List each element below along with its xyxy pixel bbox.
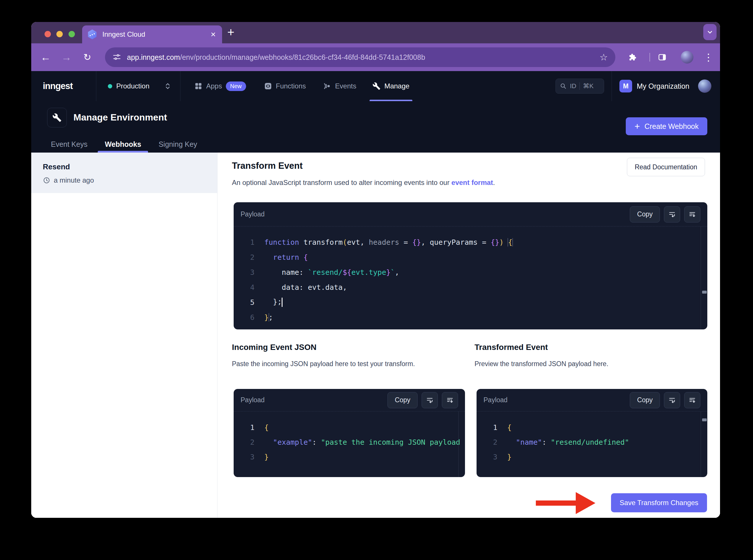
code-line[interactable]: 1{: [234, 420, 465, 435]
clock-icon: [43, 177, 50, 184]
line-number: 1: [477, 423, 497, 432]
code-line[interactable]: 1function transform(evt, headers = {}, q…: [234, 235, 707, 249]
wrench-icon: [372, 82, 381, 90]
copy-button[interactable]: Copy: [630, 206, 660, 222]
code-line[interactable]: 3 name: `resend/${evt.type}`,: [234, 265, 707, 280]
editor-header: Payload Copy: [234, 389, 465, 412]
editor-scrollbar[interactable]: [701, 412, 707, 477]
word-wrap-button[interactable]: [422, 392, 438, 408]
copy-button[interactable]: Copy: [630, 392, 660, 408]
tab-label: Webhooks: [105, 140, 141, 148]
scrollbar-thumb[interactable]: [702, 418, 707, 421]
read-documentation-button[interactable]: Read Documentation: [627, 158, 705, 176]
inngest-logo[interactable]: inngest: [43, 81, 73, 91]
copy-button[interactable]: Copy: [387, 392, 418, 408]
code-line[interactable]: 3}: [234, 449, 465, 464]
events-waves-icon: [323, 82, 331, 90]
incoming-json-editor: Payload Copy: [234, 389, 465, 477]
close-window-button[interactable]: [44, 31, 51, 37]
editor-scrollbar[interactable]: [458, 412, 465, 477]
payload-label: Payload: [240, 211, 265, 218]
code-line[interactable]: 3}: [477, 449, 707, 464]
scroll-to-line-button[interactable]: [684, 206, 700, 222]
browser-menu-button[interactable]: ⋮: [703, 43, 714, 71]
word-wrap-icon: [668, 397, 676, 404]
page-tabs: Event Keys Webhooks Signing Key: [44, 136, 204, 153]
webhook-list-item-selected[interactable]: Resend a minute ago: [31, 153, 217, 193]
line-number: 3: [234, 453, 254, 461]
nav-item-manage[interactable]: Manage: [372, 71, 409, 101]
minimize-window-button[interactable]: [56, 31, 63, 37]
new-tab-button[interactable]: +: [227, 25, 234, 39]
org-badge: M: [619, 80, 632, 93]
payload-label: Payload: [240, 396, 265, 404]
code-text: "name": "resend/undefined": [507, 438, 707, 446]
incoming-description: Paste the incoming JSON payload here to …: [232, 360, 415, 368]
logo-wrap: inngest: [31, 81, 96, 91]
url-bar[interactable]: app.inngest.com/env/production/manage/we…: [105, 47, 615, 67]
code-line[interactable]: 2 return {: [234, 249, 707, 265]
tab-label: Event Keys: [51, 140, 87, 148]
transform-code-editor: Payload Copy: [234, 202, 707, 329]
line-number: 3: [477, 453, 497, 461]
tab-event-keys[interactable]: Event Keys: [44, 136, 94, 153]
content: Resend a minute ago Transform Event An o…: [31, 153, 720, 518]
code-area[interactable]: 1{2 "example": "paste the incoming JSON …: [234, 412, 465, 464]
code-line[interactable]: 5 };: [234, 295, 707, 310]
nav-item-events[interactable]: Events: [323, 71, 356, 101]
tab-close-icon[interactable]: ×: [211, 30, 216, 39]
code-text: {: [264, 423, 465, 432]
code-area[interactable]: 1function transform(evt, headers = {}, q…: [234, 226, 707, 325]
code-line[interactable]: 2 "example": "paste the incoming JSON pa…: [234, 435, 465, 449]
code-text: "example": "paste the incoming JSON payl…: [264, 438, 465, 446]
desc-text: .: [493, 179, 495, 186]
word-wrap-button[interactable]: [664, 206, 680, 222]
code-line[interactable]: 1{: [477, 420, 707, 435]
back-button[interactable]: ←: [39, 43, 52, 71]
page-icon-box: [47, 108, 67, 127]
environment-switcher[interactable]: Production: [96, 82, 180, 91]
editor-actions: Copy: [630, 392, 700, 408]
nav-item-label: Functions: [276, 82, 306, 90]
word-wrap-icon: [426, 397, 433, 404]
org-name: My Organization: [637, 82, 689, 91]
line-number: 1: [234, 238, 254, 246]
section-title-incoming: Incoming Event JSON: [232, 343, 317, 352]
code-line[interactable]: 4 data: evt.data,: [234, 280, 707, 295]
forward-button[interactable]: →: [60, 43, 73, 71]
read-docs-label: Read Documentation: [635, 163, 697, 171]
nav-item-apps[interactable]: Apps New: [194, 71, 246, 101]
avatar: [681, 51, 693, 64]
org-switcher[interactable]: M My Organization: [619, 80, 689, 93]
nav-item-functions[interactable]: Functions: [264, 71, 306, 101]
tab-signing-key[interactable]: Signing Key: [152, 136, 204, 153]
wrench-icon: [52, 113, 62, 122]
browser-tab[interactable]: Inngest Cloud ×: [82, 25, 222, 43]
tab-webhooks[interactable]: Webhooks: [98, 136, 148, 153]
user-avatar[interactable]: [698, 79, 711, 93]
maximize-window-button[interactable]: [69, 31, 75, 37]
tab-label: Signing Key: [158, 140, 197, 148]
event-format-link[interactable]: event format: [451, 179, 493, 186]
reload-button[interactable]: ↻: [81, 43, 94, 71]
code-line[interactable]: 2 "name": "resend/undefined": [477, 435, 707, 449]
code-text: }: [264, 453, 465, 461]
scroll-to-line-button[interactable]: [684, 392, 700, 408]
bookmark-star-icon[interactable]: ☆: [599, 52, 608, 63]
search-input[interactable]: ID ⌘K: [556, 79, 604, 94]
browser-profile-avatar[interactable]: [680, 43, 694, 71]
scrollbar-thumb[interactable]: [702, 291, 707, 294]
save-transform-changes-button[interactable]: Save Transform Changes: [611, 493, 707, 512]
word-wrap-button[interactable]: [664, 392, 680, 408]
code-area[interactable]: 1{2 "name": "resend/undefined"3}: [477, 412, 707, 464]
tab-search-chevron-button[interactable]: [703, 24, 717, 40]
extensions-button[interactable]: [626, 43, 638, 71]
site-settings-icon[interactable]: [113, 53, 121, 62]
editor-scrollbar[interactable]: [701, 226, 707, 329]
side-panel-button[interactable]: [656, 43, 669, 71]
create-webhook-button[interactable]: + Create Webhook: [626, 117, 707, 135]
scroll-to-line-button[interactable]: [442, 392, 458, 408]
code-line[interactable]: 6};: [234, 310, 707, 325]
red-arrow-head: [576, 492, 595, 514]
inngest-favicon-icon: [87, 29, 97, 39]
